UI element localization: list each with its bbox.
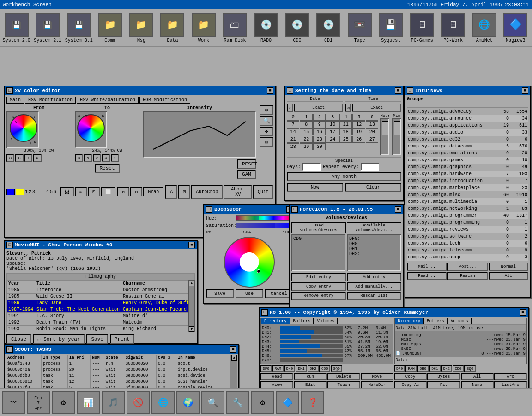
color-swatch-2[interactable] xyxy=(16,189,24,195)
avail-item-df0[interactable]: DF0: xyxy=(349,236,399,241)
datetime-close[interactable]: □ xyxy=(287,87,293,94)
datetime-titlebar[interactable]: □ Setting the date and time ■ xyxy=(285,86,403,95)
avail-item-dh1[interactable]: DH1 xyxy=(349,246,399,251)
scout-titlebar[interactable]: □ SCOUT: TASKS ■ xyxy=(5,345,238,354)
color-swatch-4[interactable] xyxy=(37,189,45,195)
task-row[interactable]: $080800810task12---wait$c00000000.0SCSI … xyxy=(6,379,231,385)
left-dh1-btn[interactable]: DH1 xyxy=(296,365,307,372)
day-22[interactable]: 22 xyxy=(300,136,312,143)
tab-left-buf[interactable]: Buffers xyxy=(290,318,314,324)
to-cw-btn[interactable]: ↻ xyxy=(84,154,91,162)
group-row[interactable]: comp.sys.amiga.networking183 xyxy=(407,205,528,212)
read-btn[interactable]: Read xyxy=(260,373,293,380)
repeat-input[interactable] xyxy=(361,163,379,171)
right-df0-btn[interactable]: DF0 xyxy=(394,365,405,372)
tab-avail[interactable]: Available volumes/devi... xyxy=(347,222,401,233)
icon-msg[interactable]: 📁 Msg xyxy=(127,13,156,43)
day-23[interactable]: 23 xyxy=(313,136,326,143)
day-27[interactable]: 27 xyxy=(366,136,378,143)
time-prev-btn[interactable]: ◁ xyxy=(345,104,351,112)
film-row[interactable]: 1993Robin Hood: Men in TightsKing Richar… xyxy=(7,326,189,332)
day-7[interactable]: 7 xyxy=(287,121,299,128)
taskbar-waveform[interactable]: 〰 xyxy=(2,391,25,414)
group-row[interactable]: comp.sys.amiga.reviews01 xyxy=(407,226,528,233)
icon-cd0[interactable]: 💿 CD0 xyxy=(283,13,312,43)
save-btn[interactable]: Save xyxy=(86,334,108,344)
min-slider[interactable] xyxy=(392,118,401,155)
tab-left-vol[interactable]: Volumes xyxy=(314,318,338,324)
edit-entry-btn[interactable]: Edit entry xyxy=(291,273,346,281)
dir-row-dh2[interactable]: DH2: 50% 20.8M 20.7M xyxy=(262,335,392,340)
group-row[interactable]: comp.sys.amiga.uucp03 xyxy=(407,254,528,261)
color-wheel[interactable] xyxy=(224,237,275,288)
movie-zoom[interactable]: ■ xyxy=(188,242,195,248)
day-16[interactable]: 16 xyxy=(313,128,326,135)
autocrop-btn[interactable]: AutoCrop xyxy=(191,185,223,199)
icon-crop-btn[interactable]: ⊡ xyxy=(178,185,190,199)
day-29[interactable]: 29 xyxy=(300,143,312,150)
used-item-cd0[interactable]: CD0 xyxy=(293,236,344,241)
coloreditor-close[interactable]: □ xyxy=(6,87,13,94)
icon-pen-btn[interactable]: ✏ xyxy=(75,187,87,196)
left-dh2-btn[interactable]: DH2 xyxy=(308,365,319,372)
icon-syquest[interactable]: 💾 Syquest xyxy=(376,13,405,43)
day-17[interactable]: 17 xyxy=(326,128,339,135)
tab-right-vol[interactable]: Volumes xyxy=(447,318,472,324)
add-manually-btn[interactable]: Add manually... xyxy=(347,282,401,291)
day-25[interactable]: 25 xyxy=(339,136,352,143)
day-12[interactable]: 12 xyxy=(352,121,365,128)
boops-close[interactable]: □ xyxy=(206,206,212,213)
view-btn[interactable]: View xyxy=(260,381,293,389)
group-row[interactable]: comp.sys.amiga.hardware7103 xyxy=(407,171,528,177)
avail-item-dh0[interactable]: DH0 xyxy=(349,241,399,246)
tab-main[interactable]: Main xyxy=(6,97,24,104)
taskbar-question[interactable]: ❓ xyxy=(301,391,324,414)
day-5[interactable]: 5 xyxy=(352,114,365,121)
edit-btn[interactable]: Edit xyxy=(294,381,326,389)
group-row[interactable]: comp.sys.amiga.software02 xyxy=(407,233,528,240)
icon-magicwb[interactable]: 🔷 MagicWB xyxy=(501,13,531,43)
left-dh0-btn[interactable]: DH0 xyxy=(284,365,295,372)
ro-close[interactable]: □ xyxy=(261,309,268,316)
fit-btn[interactable]: Fit xyxy=(427,381,460,389)
day-14[interactable]: 14 xyxy=(287,128,299,135)
day-3[interactable]: 3 xyxy=(326,114,339,121)
icon-aminet[interactable]: 🌐 AmiNet xyxy=(470,13,499,43)
film-row[interactable]: 1985Wild Geese IIRussian General xyxy=(7,294,189,300)
day-0[interactable]: 0 xyxy=(287,114,299,121)
copy-entry-btn[interactable]: Copy entry xyxy=(291,282,346,291)
arc-btn[interactable]: Arc xyxy=(494,373,527,380)
force-close[interactable]: □ xyxy=(291,206,298,213)
right-sqo-btn[interactable]: SQO xyxy=(464,365,475,372)
task-row[interactable]: $0800ddb8task11---wait$e00000000.0scsi.d… xyxy=(6,373,231,379)
left-cd0-btn[interactable]: CD0 xyxy=(319,365,330,372)
icon-eraser-btn[interactable]: ⬜ xyxy=(101,187,115,196)
zoom-btn[interactable]: 🔍 xyxy=(260,116,273,126)
intensity-reset-btn[interactable]: RESET xyxy=(237,159,256,169)
grab-label-btn[interactable]: Grab xyxy=(143,187,163,196)
group-row[interactable]: comp.sys.amiga.tech06 xyxy=(407,240,528,247)
icon-select-btn[interactable]: ⊡ xyxy=(88,187,100,196)
group-row[interactable]: comp.sys.amiga.marketplace023 xyxy=(407,184,528,191)
day-1[interactable]: 1 xyxy=(300,114,312,121)
day-6[interactable]: 6 xyxy=(366,114,378,121)
file-sasg[interactable]: 🗎 SASG ---rwed 29.Mar 9 xyxy=(396,347,526,351)
grab-btn[interactable]: ⊕ xyxy=(260,105,273,115)
taskbar-clock[interactable]: Fri7Apr xyxy=(27,391,50,414)
bytes-btn[interactable]: Bytes xyxy=(427,373,460,380)
group-row[interactable]: comp.sys.amiga.games010 xyxy=(407,157,528,164)
group-row[interactable]: comp.sys.amiga.introduction07 xyxy=(407,177,528,184)
movie-close[interactable]: □ xyxy=(6,242,13,248)
intui-close[interactable]: □ xyxy=(407,87,413,94)
icon-tape[interactable]: 📼 Tape xyxy=(345,13,375,43)
taskbar-tool[interactable]: 🔧 xyxy=(226,391,249,414)
icon-tools-btn[interactable]: 🖼 xyxy=(60,187,74,196)
film-row[interactable]: 1992Death Train (TV)Malcolm xyxy=(7,319,189,326)
select-btn[interactable]: ⊞ xyxy=(260,137,273,147)
sort-year-btn[interactable]: ↵ Sort by year xyxy=(33,334,85,344)
tab-right-dir[interactable]: Directory xyxy=(395,318,424,324)
tab-rgb-mod[interactable]: RGB Modification xyxy=(139,97,190,104)
none-btn[interactable]: None xyxy=(461,381,494,389)
taskbar-music[interactable]: 🎵 xyxy=(102,391,125,414)
group-row[interactable]: comp.sys.amiga.multimedia01 xyxy=(407,198,528,205)
